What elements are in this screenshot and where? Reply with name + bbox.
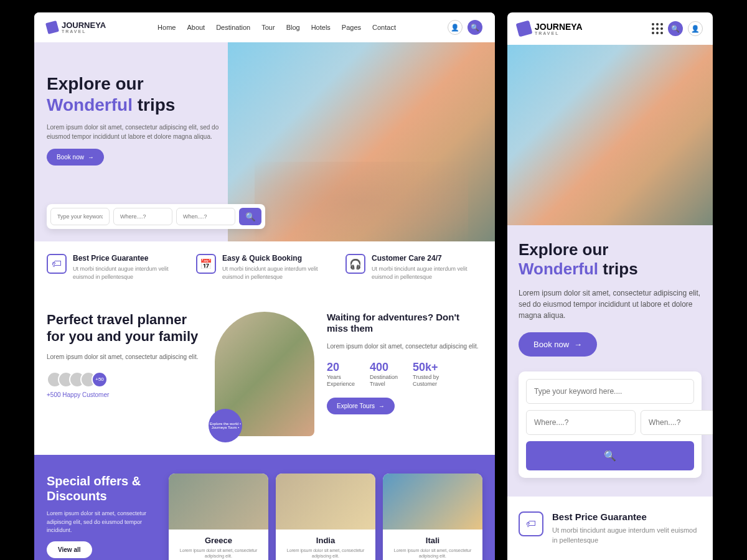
planner-desc: Lorem ipsum dolor sit amet, consectetur … [47, 352, 202, 362]
offer-card[interactable]: Itali Lorem ipsum dolor sit amet, consec… [383, 474, 482, 560]
explore-badge: Explore the world • Journeya Tours • [209, 409, 242, 442]
keyword-input[interactable] [526, 379, 694, 404]
where-input[interactable] [113, 208, 172, 225]
when-input[interactable] [641, 410, 713, 435]
hero-image [228, 42, 495, 241]
feature-price: 🏷 Best Price GuaranteeUt morbi tincidunt… [47, 254, 184, 281]
offer-card[interactable]: Greece Lorem ipsum dolor sit amet, conse… [169, 474, 268, 560]
nav-destination[interactable]: Destination [216, 24, 250, 31]
waiting-title: Waiting for adventures? Don't miss them [327, 312, 482, 334]
hero-image [507, 45, 713, 225]
logo[interactable]: JOURNEYA TRAVEL [517, 22, 583, 35]
planner-title: Perfect travel planner for you and your … [47, 312, 202, 345]
when-input[interactable] [176, 208, 235, 225]
offers-title: Special offers & Discounts [47, 474, 159, 503]
logo-icon [45, 21, 59, 34]
feature-support: 🎧 Customer Care 24/7Ut morbi tincidunt a… [345, 254, 482, 281]
search-icon[interactable]: 🔍 [467, 20, 482, 35]
user-icon[interactable]: 👤 [688, 21, 703, 36]
nav-contact[interactable]: Contact [372, 24, 396, 31]
card-image [169, 474, 268, 530]
planner-image: Explore the world • Journeya Tours • [215, 312, 314, 436]
features-row: 🏷 Best Price GuaranteeUt morbi tincidunt… [34, 241, 495, 293]
nav-tour[interactable]: Tour [261, 24, 275, 31]
offers-section: Special offers & Discounts Lorem ipsum d… [34, 455, 495, 560]
mobile-navbar: JOURNEYA TRAVEL 🔍 👤 [507, 12, 713, 45]
offer-card[interactable]: India Lorem ipsum dolor sit amet, consec… [276, 474, 375, 560]
mobile-view: JOURNEYA TRAVEL 🔍 👤 Explore our Wonderfu… [507, 12, 713, 560]
search-panel: 🔍 [519, 371, 702, 478]
user-icon[interactable]: 👤 [448, 20, 463, 35]
menu-grid-icon[interactable] [652, 23, 663, 34]
hero-title: Explore our Wonderful trips [47, 73, 229, 115]
hero-content: Explore our Wonderful trips Lorem ipsum … [507, 225, 713, 497]
feature-booking: 📅 Easy & Quick BookingUt morbi tincidunt… [196, 254, 333, 281]
hero-desc: Lorem ipsum dolor sit amet, consectetur … [47, 123, 229, 141]
view-all-button[interactable]: View all [47, 541, 92, 558]
explore-tours-button[interactable]: Explore Tours → [327, 398, 395, 414]
nav-pages[interactable]: Pages [342, 24, 361, 31]
feature-price: 🏷 Best Price Guarantee Ut morbi tincidun… [507, 497, 713, 560]
nav-home[interactable]: Home [157, 24, 176, 31]
nav-about[interactable]: About [187, 24, 205, 31]
nav-blog[interactable]: Blog [286, 24, 300, 31]
happy-customers: +500 Happy Customer [47, 391, 202, 398]
offer-cards: Greece Lorem ipsum dolor sit amet, conse… [169, 474, 482, 560]
card-image [276, 474, 375, 530]
nav-links: Home About Destination Tour Blog Hotels … [157, 24, 396, 31]
book-now-button[interactable]: Book now → [47, 149, 104, 166]
logo-icon [516, 21, 533, 37]
tag-icon: 🏷 [519, 511, 543, 536]
headset-icon: 🎧 [345, 254, 365, 274]
search-button[interactable]: 🔍 [526, 441, 694, 470]
arrow-icon: → [88, 154, 94, 161]
tag-icon: 🏷 [47, 254, 67, 274]
logo[interactable]: JOURNEYA TRAVEL [47, 21, 106, 34]
calendar-check-icon: 📅 [196, 254, 216, 274]
keyword-input[interactable] [50, 208, 110, 225]
search-bar: 🔍 [47, 204, 265, 229]
navbar: JOURNEYA TRAVEL Home About Destination T… [34, 12, 495, 42]
nav-hotels[interactable]: Hotels [311, 24, 331, 31]
avatar-more: +50 [92, 371, 108, 388]
brand-name: JOURNEYA [62, 21, 106, 29]
card-image [383, 474, 482, 530]
brand-sub: TRAVEL [62, 29, 106, 34]
search-button[interactable]: 🔍 [239, 208, 261, 225]
waiting-desc: Lorem ipsum dolor sit amet, consectetur … [327, 342, 482, 351]
book-now-button[interactable]: Book now → [519, 332, 597, 357]
where-input[interactable] [526, 410, 636, 435]
hero-title: Explore our Wonderful trips [519, 240, 702, 279]
offers-desc: Lorem ipsum dolor sit amet, consectetur … [47, 510, 159, 535]
hero-desc: Lorem ipsum dolor sit amet, consectetur … [519, 287, 702, 321]
desktop-view: JOURNEYA TRAVEL Home About Destination T… [34, 12, 495, 560]
hero: Explore our Wonderful trips Lorem ipsum … [34, 42, 495, 241]
search-icon[interactable]: 🔍 [668, 21, 683, 36]
arrow-icon: → [574, 340, 582, 349]
avatars: +50 [47, 371, 202, 388]
stats: 20YearsExperience 400DestinationTravel 5… [327, 361, 482, 388]
planner-section: Perfect travel planner for you and your … [34, 293, 495, 455]
